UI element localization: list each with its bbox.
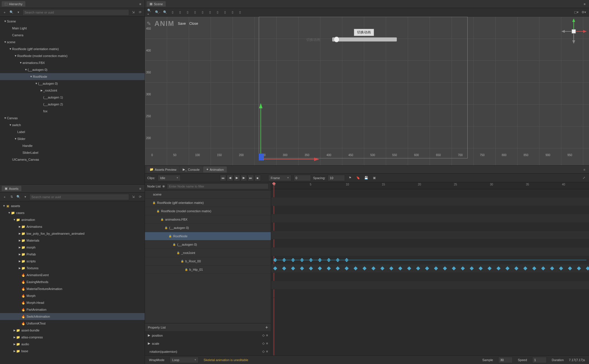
hierarchy-node[interactable]: fox [0, 108, 145, 115]
hierarchy-node[interactable]: ▼RootNode (model correction matrix) [0, 52, 145, 59]
goto-start-button[interactable]: ⏮ [220, 175, 226, 181]
asset-node[interactable]: ▼▣assets [0, 202, 145, 209]
zoom-in-button[interactable]: 🔍+ [147, 10, 153, 15]
refresh-button[interactable]: ⟳ [137, 10, 143, 15]
anim-node-row[interactable]: 🔒RootNode (gltf orientation matrix) [145, 199, 271, 207]
asset-node[interactable]: ▶📁asset-bundle [0, 327, 145, 334]
anim-node-row[interactable]: 🔒b_Root_00 [145, 257, 271, 266]
asset-node[interactable]: ▼📁cases [0, 209, 145, 216]
asset-node[interactable]: 🔥MaterialTextureAnimation [0, 285, 145, 292]
frame-input[interactable] [294, 175, 311, 181]
exit-anim-button[interactable]: ⤢ [581, 175, 587, 181]
hierarchy-node[interactable]: ▶_rootJoint [0, 87, 145, 94]
hierarchy-node[interactable]: ▼Slider [0, 135, 145, 142]
stop-button[interactable]: ■ [254, 175, 261, 181]
hierarchy-node[interactable]: ▼Scene [0, 18, 145, 25]
tab-console[interactable]: ▶_Console [180, 166, 202, 172]
asset-node[interactable]: ▶📁atlas-compress [0, 334, 145, 341]
frame-mode-dropdown[interactable]: Frame [268, 175, 291, 181]
wrapmode-dropdown[interactable]: Loop [170, 357, 199, 363]
hierarchy-node[interactable]: Handle [0, 142, 145, 149]
hierarchy-menu-button[interactable]: ≡ [138, 2, 143, 6]
anim-node-row[interactable]: 🔒RootNode [145, 232, 271, 240]
distribute-v-button[interactable]: ▯ [222, 10, 228, 15]
hierarchy-node[interactable]: ▼Canvas [0, 115, 145, 122]
property-row[interactable]: rotation(quaternion)◇≡ [145, 347, 271, 355]
assets-search-dropdown[interactable]: ▾ [22, 194, 28, 200]
asset-node[interactable]: ▼📁animation [0, 216, 145, 223]
anim-node-row[interactable]: 🔒animations.FBX [145, 215, 271, 224]
hierarchy-node[interactable]: ▼(__autogen 0) [0, 66, 145, 73]
tab-assets-preview[interactable]: 📁Assets Preview [147, 166, 179, 172]
distribute-h-button[interactable]: ▯ [215, 10, 220, 15]
nodelist-filter-input[interactable] [167, 183, 269, 189]
keyframe-icon[interactable]: ◇ [262, 342, 265, 345]
asset-node[interactable]: ▶📁low_poly_fox_by_pixelmannen_animated [0, 230, 145, 237]
overlay-button-label[interactable]: 切换动画 [354, 29, 374, 36]
assets-refresh-button[interactable]: ⟳ [137, 194, 143, 200]
list-icon[interactable]: ≡ [266, 333, 268, 337]
list-icon[interactable]: ≡ [266, 342, 268, 345]
asset-node[interactable]: ▶📁audio [0, 341, 145, 348]
asset-node[interactable]: 🔥AnimationEvent [0, 272, 145, 278]
scene-viewport[interactable]: 0501001502002503003504004505005506006507… [145, 17, 589, 165]
camera-gizmo[interactable] [561, 18, 587, 44]
asset-node[interactable]: 🔥Morph [0, 292, 145, 299]
step-forward-button[interactable]: ▶ [241, 175, 247, 181]
align-top-button[interactable]: ▯ [192, 10, 198, 15]
event-button[interactable]: ⚑ [347, 175, 353, 181]
anim-node-row[interactable]: scene [145, 190, 271, 199]
hierarchy-node[interactable]: (__autogen 2) [0, 101, 145, 108]
asset-node[interactable]: ▶📁Textures [0, 265, 145, 272]
asset-node[interactable]: 🔥Morph-Head [0, 299, 145, 306]
viewport-slider-track[interactable] [332, 37, 397, 41]
hierarchy-node[interactable]: SliderLabel [0, 149, 145, 156]
tab-animation[interactable]: ✦Animation [203, 166, 227, 172]
asset-node[interactable]: ▶📁Prefab [0, 251, 145, 258]
add-property-button[interactable]: + [265, 325, 268, 330]
zoom-fit-button[interactable]: 🔍 [162, 10, 168, 15]
close-button[interactable]: Close [189, 22, 198, 26]
hierarchy-node[interactable]: ▼RootNode [0, 73, 145, 80]
play-button[interactable]: ▶ [234, 175, 240, 181]
settings-button[interactable]: ⚙▾ [581, 10, 587, 15]
save-clip-button[interactable]: 💾 [363, 175, 369, 181]
save-button[interactable]: Save [178, 22, 186, 26]
bookmark-button[interactable]: 🔖 [355, 175, 361, 181]
keyframe-icon[interactable]: ◇ [262, 333, 265, 337]
asset-node[interactable]: 🔥EasingMethods [0, 278, 145, 285]
hierarchy-tree[interactable]: ▼SceneMain LightCamera▼scene▼RootNode (g… [0, 17, 145, 184]
hierarchy-node[interactable]: ▼scene [0, 39, 145, 46]
clips-dropdown[interactable]: Idle [158, 175, 181, 181]
step-back-button[interactable]: ◀ [227, 175, 233, 181]
add-node-button[interactable]: + [2, 10, 7, 15]
assets-search-icon[interactable]: 🔍 [16, 194, 21, 200]
zoom-out-button[interactable]: 🔍- [155, 10, 161, 15]
property-row[interactable]: ▶scale◇≡ [145, 339, 271, 347]
sort-button[interactable]: ⇅ [9, 194, 14, 200]
asset-node[interactable]: ▶📁Materials [0, 237, 145, 244]
viewport-slider-thumb[interactable] [334, 37, 339, 42]
asset-node[interactable]: ▶📁Animations [0, 223, 145, 230]
list-icon[interactable]: ≡ [266, 350, 268, 353]
keyframe-icon[interactable]: ◇ [262, 350, 265, 353]
align-bottom-button[interactable]: ▯ [207, 10, 213, 15]
assets-collapse-button[interactable]: ⇲ [130, 194, 136, 200]
spacing-v-button[interactable]: ▯ [237, 10, 243, 15]
assets-tree[interactable]: ▼▣assets▼📁cases▼📁animation▶📁Animations▶📁… [0, 201, 145, 364]
sample-input[interactable] [498, 357, 513, 363]
anim-node-tree[interactable]: scene🔒RootNode (gltf orientation matrix)… [145, 190, 271, 323]
align-center-v-button[interactable]: ▯ [200, 10, 205, 15]
anim-node-row[interactable]: 🔒b_Hip_01 [145, 266, 271, 274]
hierarchy-node[interactable]: ▼animations.FBX [0, 59, 145, 66]
align-right-button[interactable]: ▯ [185, 10, 190, 15]
hierarchy-node[interactable]: ▼switch [0, 122, 145, 128]
eye-icon[interactable]: ◉ [162, 184, 165, 188]
search-dropdown-icon[interactable]: ▾ [16, 10, 21, 15]
hierarchy-node[interactable]: ▼RootNode (gltf orientation matrix) [0, 46, 145, 52]
hierarchy-node[interactable]: Label [0, 128, 145, 135]
hierarchy-node[interactable]: Camera [0, 32, 145, 39]
asset-node[interactable]: ▶📁scripts [0, 258, 145, 265]
hierarchy-node[interactable]: Main Light [0, 25, 145, 32]
asset-node[interactable]: ▶📁base [0, 348, 145, 354]
